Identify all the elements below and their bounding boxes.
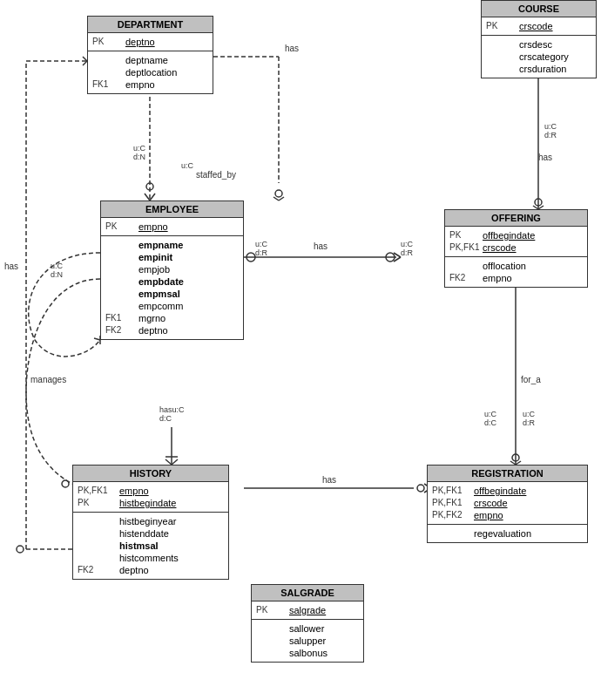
salgrade-entity: SALGRADE PK salgrade sallower salupper s… [251, 584, 364, 663]
dept-empno: empno [125, 79, 155, 90]
employee-title: EMPLOYEE [101, 201, 243, 218]
emp-offering-constraint1: u:Cd:R [255, 240, 267, 257]
offering-pk-section: PK offbegindate PK,FK1 crscode [445, 227, 587, 257]
course-crsduration: crsduration [519, 64, 566, 74]
department-title: DEPARTMENT [88, 17, 213, 33]
department-pk-section: PK deptno [88, 33, 213, 51]
svg-line-9 [94, 338, 100, 340]
registration-pk-section: PK,FK1 offbegindate PK,FK1 crscode PK,FK… [428, 482, 587, 525]
for-a-label: for_a [521, 375, 541, 384]
emp-offering-constraint2: u:Cd:R [401, 240, 413, 257]
course-attr-section: crsdesc crscategory crsduration [482, 36, 596, 78]
dept-pk-key: PK [92, 37, 125, 46]
svg-line-23 [394, 253, 401, 257]
course-pk-attr: crscode [519, 21, 553, 31]
has-course-label: has [538, 153, 552, 162]
salgrade-salupper: salupper [289, 635, 326, 646]
dept-pk-attr: deptno [125, 37, 155, 47]
emp-pk-attr: empno [138, 221, 168, 232]
salgrade-attr-section: sallower salupper salbonus [252, 620, 363, 662]
history-pk2: histbegindate [119, 498, 176, 508]
employee-attr-section: empname empinit empjob empbdate empmsal … [101, 236, 243, 339]
emp-self-constraint: u:Cd:N [51, 262, 63, 279]
offering-empno: empno [483, 273, 512, 283]
history-title: HISTORY [73, 466, 228, 482]
department-attr-section: deptname deptlocation FK1 empno [88, 51, 213, 93]
has-emp-offering-label: has [314, 241, 328, 251]
history-histbeginyear: histbeginyear [119, 516, 176, 527]
emp-deptno: deptno [138, 325, 168, 336]
svg-line-1 [145, 194, 150, 200]
history-histmsal: histmsal [119, 540, 159, 551]
department-entity: DEPARTMENT PK deptno deptname deptlocati… [87, 16, 213, 94]
salgrade-pk-section: PK salgrade [252, 601, 363, 620]
history-attr-section: histbeginyear histenddate histmsal histc… [73, 513, 228, 579]
manages-label: manages [30, 375, 66, 384]
offering-reg-constraint2: u:Cd:C [484, 410, 496, 427]
offering-title: OFFERING [445, 210, 587, 227]
history-deptno: deptno [119, 565, 149, 575]
svg-point-22 [386, 253, 395, 262]
reg-pk2: crscode [474, 498, 508, 508]
emp-empjob: empjob [138, 264, 170, 275]
reg-pk1: offbegindate [474, 486, 526, 496]
emp-empbdate: empbdate [138, 276, 184, 287]
employee-entity: EMPLOYEE PK empno empname empinit empjob [100, 200, 244, 340]
registration-attr-section: regevaluation [428, 525, 587, 542]
svg-line-7 [273, 197, 279, 200]
svg-line-8 [279, 197, 284, 200]
svg-point-40 [17, 546, 24, 553]
erd-diagram: staffed_by has has has has for_a manages… [0, 0, 601, 700]
svg-point-11 [62, 480, 69, 487]
history-entity: HISTORY PK,FK1 empno PK histbegindate hi… [72, 465, 229, 580]
history-histenddate: histenddate [119, 528, 169, 539]
svg-point-3 [146, 183, 153, 190]
dept-deptlocation: deptlocation [125, 67, 177, 78]
reg-pk3: empno [474, 510, 503, 520]
offering-pk2: crscode [483, 242, 517, 253]
salgrade-title: SALGRADE [252, 585, 363, 601]
svg-point-26 [535, 199, 542, 206]
salgrade-sallower: sallower [289, 623, 324, 634]
dept-deptname: deptname [125, 55, 168, 65]
svg-point-21 [246, 253, 255, 262]
staffed-by-label: staffed_by [196, 170, 236, 180]
dept-emp-constraint1: u:Cd:N [133, 144, 145, 161]
course-offering-constraint: u:Cd:R [544, 122, 557, 139]
course-title: COURSE [482, 1, 596, 17]
salgrade-pk: salgrade [289, 605, 326, 615]
employee-pk-section: PK empno [101, 218, 243, 236]
svg-line-2 [150, 194, 155, 200]
reg-regevaluation: regevaluation [474, 528, 531, 539]
svg-point-17 [417, 485, 424, 492]
emp-mgrno: mgrno [138, 313, 165, 323]
dept-emp-constraint2: u:C [181, 161, 193, 170]
svg-point-32 [512, 454, 519, 461]
offering-attr-section: offlocation FK2 empno [445, 257, 587, 287]
has-dept-label: has [285, 44, 299, 53]
history-pk-section: PK,FK1 empno PK histbegindate [73, 482, 228, 513]
course-entity: COURSE PK crscode crsdesc crscategory cr… [481, 0, 597, 78]
registration-entity: REGISTRATION PK,FK1 offbegindate PK,FK1 … [427, 465, 588, 543]
offering-pk1: offbegindate [483, 230, 535, 241]
history-histcomments: histcomments [119, 553, 179, 563]
has-left-label: has [4, 262, 18, 271]
svg-point-6 [275, 190, 282, 197]
emp-empname: empname [138, 240, 183, 250]
history-pk1: empno [119, 486, 149, 496]
emp-empinit: empinit [138, 252, 172, 262]
salgrade-salbonus: salbonus [289, 648, 328, 658]
offering-offlocation: offlocation [483, 261, 526, 271]
has-emp-hist-label: has [322, 475, 336, 485]
offering-entity: OFFERING PK offbegindate PK,FK1 crscode … [444, 209, 588, 288]
svg-line-24 [394, 257, 401, 262]
emp-hist-constraint: hasu:Cd:C [159, 405, 185, 423]
course-crsdesc: crsdesc [519, 39, 552, 50]
registration-title: REGISTRATION [428, 466, 587, 482]
emp-empcomm: empcomm [138, 301, 183, 311]
course-pk-section: PK crscode [482, 17, 596, 36]
offering-reg-constraint1: u:Cd:R [523, 410, 535, 427]
course-crscategory: crscategory [519, 51, 569, 62]
emp-empmsal: empmsal [138, 289, 180, 299]
